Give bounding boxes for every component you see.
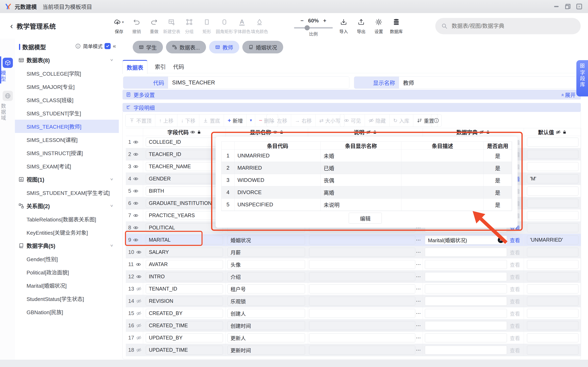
display-name-input[interactable]: 婚姻状况 bbox=[227, 235, 305, 244]
sidebar-item[interactable]: SIMS_CLASS[班级] bbox=[15, 93, 119, 106]
subtab-代码[interactable]: 代码 bbox=[169, 60, 188, 73]
sidebar-item[interactable]: Political[政治面貌] bbox=[15, 266, 119, 279]
zoom-out-button[interactable]: − bbox=[301, 17, 303, 24]
rail-item-data-domain[interactable] bbox=[3, 91, 13, 101]
display-name-input[interactable]: 创建时间 bbox=[227, 321, 305, 330]
field-code-input[interactable]: TENANT_ID bbox=[146, 284, 223, 293]
eye-off-icon[interactable] bbox=[136, 299, 141, 304]
eye-icon[interactable] bbox=[133, 176, 138, 182]
field-toolbar-隐藏[interactable]: 隐藏 bbox=[365, 114, 389, 127]
description-input[interactable] bbox=[309, 333, 415, 342]
default-value-input[interactable] bbox=[527, 272, 579, 281]
toolbar-button-rectangle[interactable]: 矩形 bbox=[198, 15, 216, 34]
more-options-icon[interactable]: ⋯ bbox=[416, 249, 421, 255]
sidebar-item[interactable]: StudentStatus[学生状态] bbox=[15, 292, 119, 305]
chevron-down-icon[interactable]: ˅ bbox=[110, 203, 113, 208]
eye-off-icon[interactable] bbox=[136, 286, 141, 292]
field-toolbar-入库[interactable]: ↻入库 bbox=[389, 114, 413, 127]
default-value-input[interactable] bbox=[527, 187, 579, 196]
eye-icon[interactable] bbox=[133, 225, 138, 230]
toolbar-button-save[interactable]: ▼保存 bbox=[110, 15, 128, 34]
more-options-icon[interactable]: ⋯ bbox=[416, 237, 421, 243]
default-value-input[interactable] bbox=[527, 284, 579, 293]
dict-input[interactable] bbox=[425, 333, 507, 342]
display-name-input[interactable]: 租户号 bbox=[227, 284, 305, 293]
field-toolbar-新增[interactable]: +新增 bbox=[224, 114, 246, 127]
back-chevron-icon[interactable]: ‹ bbox=[10, 22, 13, 30]
field-info-button[interactable] bbox=[431, 114, 442, 127]
eye-icon[interactable] bbox=[133, 152, 138, 157]
description-input[interactable] bbox=[309, 248, 415, 257]
field-library-tab[interactable]: 字段库 bbox=[576, 60, 588, 96]
description-input[interactable] bbox=[309, 260, 415, 269]
dict-input[interactable] bbox=[425, 321, 507, 330]
display-name-input[interactable]: 更新人 bbox=[227, 333, 305, 342]
more-options-icon[interactable]: ⋯ bbox=[416, 262, 421, 267]
toolbar-button-export[interactable]: 导出 bbox=[352, 15, 370, 34]
default-value-input[interactable] bbox=[527, 199, 579, 208]
sidebar-item[interactable]: SIMS_EXAM[考试] bbox=[15, 159, 119, 173]
zoom-slider-thumb[interactable] bbox=[305, 25, 310, 30]
eye-off-icon[interactable] bbox=[136, 335, 141, 341]
tree-group-chart[interactable]: 视图(1)˅ bbox=[15, 173, 119, 186]
eye-icon[interactable] bbox=[136, 262, 141, 267]
field-toolbar-下移[interactable]: ↓下移 bbox=[177, 114, 199, 127]
field-toolbar-可见[interactable]: 可见 bbox=[340, 114, 365, 127]
sidebar-item[interactable]: SIMS_MAJOR[专业] bbox=[15, 80, 119, 93]
description-input[interactable] bbox=[309, 272, 415, 281]
field-code-input[interactable]: COLLEGE_ID bbox=[146, 138, 223, 147]
more-settings-bar[interactable]: 更多设置 « 展开 bbox=[122, 90, 581, 100]
more-options-icon[interactable]: ⋯ bbox=[416, 286, 421, 292]
tab-婚姻状况[interactable]: 婚姻状况 bbox=[242, 41, 283, 53]
sidebar-item[interactable]: SIMS_LESSON[课程] bbox=[15, 133, 119, 146]
toolbar-button-settings[interactable]: 设置 bbox=[370, 15, 388, 34]
more-options-icon[interactable]: ⋯ bbox=[416, 310, 421, 316]
default-value-input[interactable] bbox=[527, 150, 579, 159]
chevron-down-icon[interactable]: ˅ bbox=[110, 58, 113, 62]
dict-input[interactable] bbox=[425, 284, 507, 293]
sidebar-item[interactable]: Marital[婚姻状况] bbox=[15, 279, 119, 292]
toolbar-button-database[interactable]: 数据库 bbox=[388, 15, 405, 34]
field-toolbar-上移[interactable]: ↑上移 bbox=[155, 114, 177, 127]
field-code-input[interactable]: MARITAL bbox=[146, 235, 223, 244]
toolbar-button-new-empty-table[interactable]: 新建空表 bbox=[163, 15, 181, 34]
search-input[interactable] bbox=[451, 23, 566, 30]
toolbar-button-import[interactable]: 导入 bbox=[335, 15, 352, 34]
field-code-input[interactable]: GRADUATE_INSTITUTION bbox=[146, 199, 223, 208]
eye-off-icon[interactable] bbox=[136, 347, 141, 353]
expand-control[interactable]: « 展开 bbox=[562, 91, 576, 99]
field-code-input[interactable]: CREATED_TIME bbox=[146, 321, 223, 330]
default-value-input[interactable] bbox=[527, 162, 579, 171]
rail-item-model-label[interactable]: 模型 bbox=[0, 70, 15, 82]
field-toolbar-不置顶[interactable]: 不置顶 bbox=[126, 114, 155, 127]
default-value-input[interactable] bbox=[527, 260, 579, 269]
dict-input[interactable] bbox=[425, 346, 507, 355]
chevron-down-icon[interactable]: ˅ bbox=[110, 177, 113, 182]
more-options-icon[interactable]: ⋯ bbox=[416, 335, 421, 341]
eye-off-icon[interactable] bbox=[136, 311, 141, 316]
description-input[interactable] bbox=[309, 235, 415, 244]
dict-input[interactable] bbox=[425, 248, 507, 257]
toolbar-button-font-color[interactable]: A字体颜色 bbox=[233, 15, 251, 34]
field-toolbar-置底[interactable]: 置底 bbox=[199, 114, 224, 127]
collapse-sidebar-icon[interactable]: « bbox=[113, 43, 116, 49]
display-name-field-input[interactable]: 教师 bbox=[399, 77, 577, 89]
field-code-input[interactable]: TEACHER_ID bbox=[146, 150, 223, 159]
eye-off-icon[interactable] bbox=[136, 323, 141, 328]
field-toolbar-caret[interactable]: ▼ bbox=[246, 114, 255, 127]
more-options-icon[interactable]: ⋯ bbox=[416, 323, 421, 328]
more-options-icon[interactable]: ⋯ bbox=[416, 274, 421, 280]
toolbar-button-group[interactable]: 分组 bbox=[181, 15, 198, 34]
field-toolbar-右移[interactable]: →右移 bbox=[291, 114, 315, 127]
default-value-input[interactable] bbox=[527, 321, 579, 330]
default-value-input[interactable] bbox=[527, 333, 579, 342]
display-name-input[interactable]: 创建人 bbox=[227, 309, 305, 318]
tab-学生[interactable]: 学生 bbox=[133, 41, 163, 53]
tab-数据表...[interactable]: 数据表... bbox=[166, 41, 206, 53]
field-code-input[interactable]: REVISION bbox=[146, 297, 223, 306]
sidebar-item[interactable]: SIMS_COLLEGE[学院] bbox=[15, 67, 119, 80]
default-value-input[interactable] bbox=[527, 346, 579, 355]
default-value-input[interactable] bbox=[527, 138, 579, 147]
tree-group-relation[interactable]: 关系图(2)˅ bbox=[15, 199, 119, 212]
dict-input[interactable] bbox=[425, 309, 507, 318]
